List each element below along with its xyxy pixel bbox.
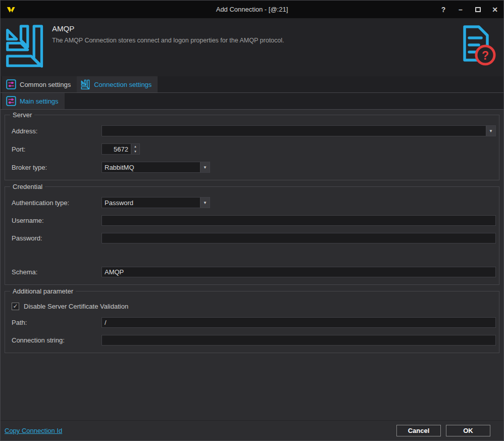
sliders-icon [6, 96, 16, 106]
dialog-footer: Copy Connection Id Cancel OK [1, 420, 503, 440]
disable-cert-label: Disable Server Certificate Validation [24, 303, 128, 310]
cancel-button[interactable]: Cancel [396, 425, 441, 436]
spin-down-icon[interactable]: ▼ [131, 149, 139, 154]
username-label: Username: [12, 217, 102, 224]
password-input[interactable] [102, 233, 496, 243]
question-glyph: ? [482, 49, 489, 62]
password-row: Password: [12, 233, 496, 243]
port-label: Port: [12, 145, 102, 153]
password-label: Password: [12, 234, 102, 242]
path-label: Path: [12, 319, 102, 326]
settings-form: Server Address: ▼ Port: ▲ ▼ [1, 110, 503, 420]
broker-type-value: RabbitMQ [102, 162, 200, 172]
connection-type-description: The AMQP Connection stores connect and l… [52, 37, 284, 44]
disable-cert-checkbox[interactable]: ✓ [12, 303, 19, 310]
broker-type-select[interactable]: RabbitMQ ▼ [102, 162, 210, 173]
connection-type-title: AMQP [52, 24, 284, 33]
port-stepper: ▲ ▼ [102, 143, 140, 155]
maximize-icon [475, 7, 481, 12]
tab-connection-settings[interactable]: Connection settings [77, 76, 158, 92]
dropdown-arrow-icon[interactable]: ▼ [200, 162, 210, 172]
credential-group: Credential Authentication type: Password… [5, 186, 499, 285]
schema-row: Schema: [12, 267, 496, 277]
copy-connection-id-link[interactable]: Copy Connection Id [5, 427, 62, 434]
disable-cert-row: ✓ Disable Server Certificate Validation [12, 302, 496, 310]
minimize-button[interactable]: – [452, 1, 469, 18]
tab-label: Connection settings [94, 81, 152, 88]
broker-type-row: Broker type: RabbitMQ ▼ [12, 162, 496, 173]
path-input[interactable] [102, 317, 496, 328]
server-group: Server Address: ▼ Port: ▲ ▼ [5, 115, 499, 180]
tab-main-settings[interactable]: Main settings [2, 93, 65, 109]
close-button[interactable]: ✕ [486, 1, 503, 18]
amqp-logo-icon [5, 23, 47, 72]
amqp-tab-icon [81, 79, 90, 90]
group-title: Credential [10, 183, 45, 190]
dialog-header: AMQP The AMQP Connection stores connect … [1, 18, 503, 76]
tab-label: Common settings [20, 81, 71, 88]
username-input[interactable] [102, 215, 496, 226]
auth-type-label: Authentication type: [12, 199, 102, 207]
window-title: Add Connection - [@:21] [1, 6, 503, 13]
ok-button[interactable]: OK [446, 425, 490, 436]
auth-type-value: Password [102, 198, 200, 208]
titlebar: Add Connection - [@:21] ? – ✕ [1, 1, 503, 18]
group-title: Additional parameter [10, 287, 76, 295]
spin-up-icon[interactable]: ▲ [131, 144, 139, 149]
maximize-button[interactable] [469, 1, 486, 18]
additional-parameter-group: Additional parameter ✓ Disable Server Ce… [5, 291, 499, 353]
document-help-icon: ? [456, 23, 497, 69]
add-connection-dialog: Add Connection - [@:21] ? – ✕ AMQP The A… [0, 0, 504, 441]
connection-string-label: Connection string: [12, 336, 102, 344]
broker-type-label: Broker type: [12, 164, 102, 171]
port-row: Port: ▲ ▼ [12, 143, 496, 155]
tab-label: Main settings [20, 97, 59, 105]
address-combobox: ▼ [102, 125, 496, 136]
sub-tab-bar: Main settings [1, 93, 503, 110]
dropdown-arrow-icon[interactable]: ▼ [486, 126, 495, 136]
sliders-icon [6, 79, 16, 89]
auth-type-row: Authentication type: Password ▼ [12, 197, 496, 208]
port-input[interactable] [102, 144, 131, 154]
username-row: Username: [12, 215, 496, 226]
address-row: Address: ▼ [12, 125, 496, 136]
schema-label: Schema: [12, 268, 102, 276]
group-title: Server [10, 111, 34, 119]
connection-string-row: Connection string: [12, 335, 496, 346]
settings-tab-bar: Common settings Connection settings [1, 76, 503, 93]
tab-common-settings[interactable]: Common settings [2, 76, 77, 92]
address-label: Address: [12, 127, 102, 135]
auth-type-select[interactable]: Password ▼ [102, 197, 210, 208]
connection-string-input[interactable] [102, 335, 496, 346]
dropdown-arrow-icon[interactable]: ▼ [200, 198, 210, 208]
help-button[interactable]: ? [435, 1, 452, 18]
path-row: Path: [12, 317, 496, 328]
address-input[interactable] [102, 126, 486, 136]
schema-input[interactable] [102, 267, 496, 277]
